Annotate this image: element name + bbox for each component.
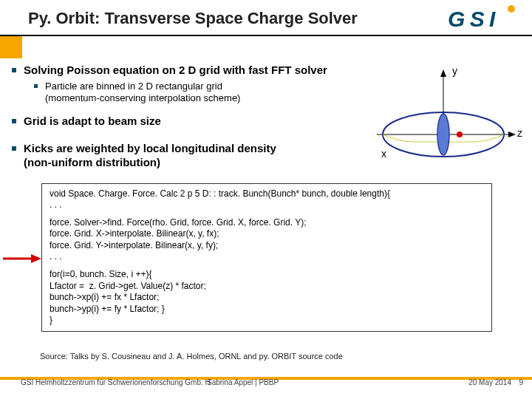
svg-point-7 [457, 132, 463, 137]
accent-block [0, 36, 22, 58]
gsi-logo: G S I [448, 4, 519, 35]
svg-marker-9 [31, 254, 41, 263]
bullet-marker [34, 84, 38, 88]
bullet-text: Solving Poisson equation on 2 D grid wit… [24, 64, 327, 78]
highlight-arrow-icon [3, 253, 41, 267]
page-number: 9 [519, 378, 523, 386]
footer-date: 20 May 2014 [468, 378, 511, 386]
bullet-marker [12, 119, 16, 123]
slide-title: Py. Orbit: Transverse Space Charge Solve… [28, 9, 358, 28]
bullet-text: Kicks are weighted by local longitudinal… [24, 142, 276, 170]
axis-y-label: y [452, 65, 457, 77]
bullet-text: Particle are binned in 2 D rectangular g… [45, 81, 240, 105]
logo-text: G S I [448, 7, 496, 31]
bullet-marker [12, 146, 16, 151]
svg-marker-4 [508, 132, 516, 137]
svg-marker-2 [440, 69, 446, 77]
code-snippet: void Space. Charge. Force. Calc 2 p 5 D:… [41, 183, 492, 332]
header-rule [0, 35, 532, 36]
svg-point-6 [437, 114, 449, 155]
svg-point-0 [508, 5, 515, 13]
beam-ellipse-figure: y z x [369, 68, 517, 157]
bullet-text: Grid is adapt to beam size [24, 115, 161, 129]
axis-z-label: z [517, 127, 522, 139]
slide-footer: GSI Helmholtzzentrum für Schwerionenfors… [0, 378, 532, 393]
axis-x-label: x [381, 148, 386, 160]
footer-author: Sabrina Appel | PBBP [207, 378, 279, 386]
source-citation: Source: Talks by S. Cousineau and J. A. … [40, 352, 343, 361]
footer-org: GSI Helmholtzzentrum für Schwerionenfors… [21, 378, 211, 386]
bullet-marker [12, 68, 16, 72]
